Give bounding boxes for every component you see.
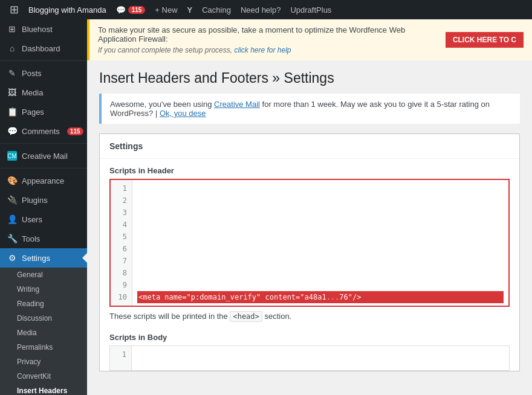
users-label: Users (22, 215, 42, 224)
comments-menu-label: Comments (22, 127, 60, 136)
admin-bar: ⊞ Blogging with Amanda 💬 115 + New Y Cac… (0, 0, 532, 19)
page-title: Insert Headers and Footers » Settings (99, 70, 520, 86)
posts-icon: ✎ (7, 68, 17, 78)
menu-separator-2 (0, 143, 87, 144)
comments-item[interactable]: 💬 115 (111, 0, 151, 19)
site-name: Blogging with Amanda (28, 5, 106, 14)
submenu-privacy[interactable]: Privacy (0, 355, 87, 369)
body-code-editor: 1 (109, 345, 510, 371)
comments-menu-badge: 115 (67, 127, 83, 135)
dashboard-label: Dashboard (22, 44, 60, 53)
submenu-permalinks[interactable]: Permalinks (0, 340, 87, 355)
appearance-icon: 🎨 (7, 176, 17, 185)
sidebar-item-comments[interactable]: 💬 Comments 115 (0, 121, 87, 141)
submenu-reading[interactable]: Reading (0, 297, 87, 311)
sidebar-item-tools[interactable]: 🔧 Tools (0, 229, 87, 248)
creative-mail-action[interactable]: Ok, you dese (160, 109, 206, 118)
media-label: Media (22, 88, 43, 97)
scripts-body-label: Scripts in Body (100, 328, 519, 345)
submenu-writing[interactable]: Writing (0, 282, 87, 297)
wordfence-cta-button[interactable]: CLICK HERE TO C (446, 32, 524, 48)
tools-label: Tools (22, 234, 40, 243)
comments-badge: 115 (128, 6, 146, 14)
wp-logo-item[interactable]: ⊞ (5, 0, 24, 19)
new-item[interactable]: + New (150, 0, 182, 19)
pages-label: Pages (22, 108, 44, 117)
wordfence-help-link[interactable]: click here for help (234, 46, 291, 54)
scripts-footer: These scripts will be printed in the <he… (100, 307, 519, 328)
submenu-discussion[interactable]: Discussion (0, 311, 87, 326)
wp-logo-icon: ⊞ (10, 3, 19, 16)
body-line-numbers: 1 (110, 346, 132, 370)
line-numbers: 1 2 3 4 5 6 7 8 9 10 (111, 180, 132, 306)
wordfence-setup-pre: If you cannot complete the setup process… (98, 46, 232, 54)
page-wrap: Insert Headers and Footers » Settings Aw… (87, 60, 532, 381)
sidebar-item-bluehost[interactable]: ⊞ Bluehost (0, 19, 87, 39)
submenu-general[interactable]: General (0, 268, 87, 282)
site-name-item[interactable]: Blogging with Amanda (24, 0, 111, 19)
caching-item[interactable]: Caching (197, 0, 236, 19)
sidebar-item-pages[interactable]: 📋 Pages (0, 102, 87, 121)
submenu-convertkit[interactable]: ConvertKit (0, 369, 87, 384)
pages-icon: 📋 (7, 107, 17, 117)
wordfence-message: To make your site as secure as possible,… (98, 25, 405, 43)
sidebar-item-posts[interactable]: ✎ Posts (0, 63, 87, 83)
sidebar-item-settings[interactable]: ⚙ Settings (0, 248, 87, 268)
updraft-item[interactable]: UpdraftPlus (285, 0, 336, 19)
sidebar-item-media[interactable]: 🖼 Media (0, 83, 87, 102)
new-label: + New (155, 5, 177, 14)
plugins-icon: 🔌 (7, 195, 17, 205)
sidebar: ⊞ Bluehost ⌂ Dashboard ✎ Posts 🖼 Media 📋… (0, 19, 87, 395)
media-icon: 🖼 (7, 88, 17, 97)
bluehost-icon: ⊞ (7, 24, 17, 34)
help-item[interactable]: Need help? (236, 0, 286, 19)
settings-panel-title: Settings (100, 134, 519, 159)
bluehost-label: Bluehost (22, 25, 53, 34)
creative-mail-notice: Awesome, you've been using Creative Mail… (99, 94, 520, 124)
creative-mail-icon: CM (7, 151, 17, 161)
settings-icon: ⚙ (7, 253, 17, 263)
comments-icon: 💬 (116, 5, 126, 14)
scripts-header-label: Scripts in Header (100, 159, 519, 179)
yoast-icon: Y (187, 5, 193, 14)
sidebar-item-appearance[interactable]: 🎨 Appearance (0, 171, 87, 190)
body-code-content[interactable] (132, 346, 509, 370)
sidebar-item-creative-mail[interactable]: CM Creative Mail (0, 146, 87, 165)
creative-mail-link[interactable]: Creative Mail (214, 100, 260, 109)
sidebar-item-plugins[interactable]: 🔌 Plugins (0, 190, 87, 210)
posts-label: Posts (22, 69, 42, 78)
wordfence-notice: To make your site as secure as possible,… (87, 19, 532, 60)
comments-menu-icon: 💬 (7, 126, 17, 136)
dashboard-icon: ⌂ (7, 43, 17, 53)
creative-mail-pre: Awesome, you've been using (110, 100, 212, 109)
plugins-label: Plugins (22, 196, 48, 205)
yoast-item[interactable]: Y (183, 0, 198, 19)
creative-mail-label: Creative Mail (22, 152, 68, 161)
users-icon: 👤 (7, 214, 17, 224)
main-content: To make your site as secure as possible,… (87, 19, 532, 395)
appearance-label: Appearance (22, 176, 64, 185)
help-label: Need help? (241, 5, 281, 14)
code-line-10: <meta name="p:domain_verify" content="a4… (137, 291, 504, 303)
sidebar-item-users[interactable]: 👤 Users (0, 210, 87, 229)
settings-label: Settings (22, 254, 50, 263)
menu-separator-3 (0, 168, 87, 169)
header-code-editor: 1 2 3 4 5 6 7 8 9 10 (109, 179, 510, 307)
header-code-content[interactable]: <meta name="p:domain_verify" content="a4… (132, 180, 508, 306)
settings-submenu: General Writing Reading Discussion Media… (0, 268, 87, 395)
updraft-label: UpdraftPlus (290, 5, 331, 14)
wordfence-text: To make your site as secure as possible,… (98, 25, 440, 54)
sidebar-item-dashboard[interactable]: ⌂ Dashboard (0, 39, 87, 58)
submenu-media[interactable]: Media (0, 326, 87, 340)
submenu-insert-headers[interactable]: Insert Headers and (0, 384, 87, 395)
settings-panel: Settings Scripts in Header 1 2 3 4 5 6 7… (99, 133, 520, 371)
menu-separator-1 (0, 60, 87, 61)
caching-label: Caching (202, 5, 231, 14)
head-code-tag: <head> (230, 311, 262, 322)
tools-icon: 🔧 (7, 234, 17, 243)
